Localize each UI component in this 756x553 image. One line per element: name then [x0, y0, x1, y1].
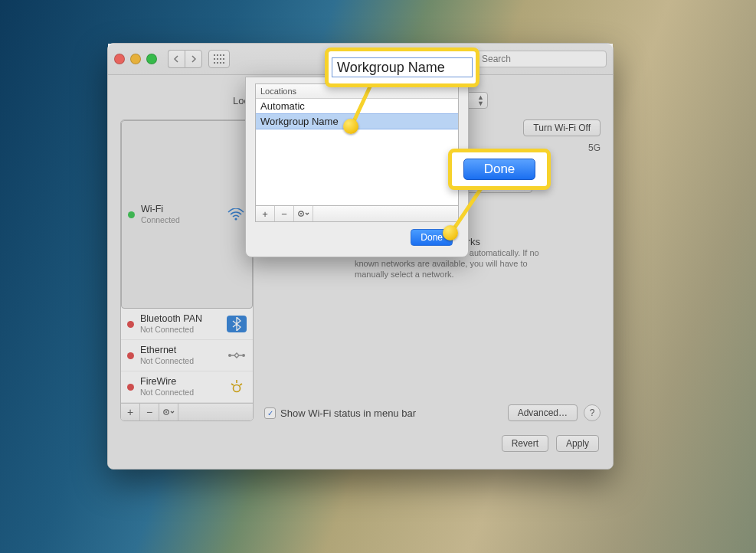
- svg-rect-11: [223, 62, 224, 64]
- service-wifi[interactable]: Wi-Fi Connected: [121, 120, 253, 309]
- callout-workgroup-name: Workgroup Name: [325, 47, 479, 87]
- turn-wifi-off-button[interactable]: Turn Wi-Fi Off: [523, 119, 601, 136]
- service-name: Bluetooth PAN: [140, 313, 221, 324]
- revert-button[interactable]: Revert: [502, 435, 548, 452]
- service-name: Wi-Fi: [141, 204, 220, 214]
- add-service-button[interactable]: +: [121, 404, 140, 420]
- advanced-button[interactable]: Advanced…: [508, 404, 578, 421]
- status-dot-connected: [128, 211, 135, 218]
- chevron-right-icon: [190, 55, 197, 63]
- service-status: Not Connected: [140, 324, 221, 335]
- chevron-left-icon: [173, 55, 180, 63]
- locations-footer: + −: [255, 206, 459, 222]
- service-actions-button[interactable]: [159, 404, 178, 420]
- locations-list: Locations Automatic Workgroup Name: [255, 83, 459, 206]
- svg-point-19: [165, 411, 167, 413]
- show-menu-label: Show Wi-Fi status in menu bar: [280, 407, 416, 419]
- service-name: FireWire: [140, 376, 221, 387]
- svg-point-16: [242, 354, 245, 357]
- locations-sheet: Locations Automatic Workgroup Name + − D…: [245, 77, 469, 257]
- status-dot-disconnected: [127, 384, 134, 391]
- status-dot-disconnected: [127, 321, 134, 328]
- services-sidebar: Wi-Fi Connected Bluetooth PAN Not Connec…: [120, 119, 254, 421]
- window-footer-buttons: Revert Apply: [120, 435, 601, 452]
- gear-dropdown-icon: [297, 209, 309, 218]
- svg-rect-2: [220, 54, 221, 56]
- zoom-window-button[interactable]: [146, 54, 157, 64]
- show-menu-checkbox[interactable]: ✓: [264, 407, 276, 419]
- service-bluetooth[interactable]: Bluetooth PAN Not Connected: [121, 309, 253, 340]
- svg-rect-3: [223, 54, 224, 56]
- bluetooth-icon: [227, 316, 247, 332]
- svg-point-21: [300, 213, 302, 214]
- service-status: Not Connected: [140, 387, 221, 398]
- remove-location-button[interactable]: −: [275, 206, 294, 221]
- show-menu-checkbox-row: ✓ Show Wi-Fi status in menu bar: [264, 407, 416, 419]
- nav-buttons: [168, 50, 202, 68]
- forward-button[interactable]: [185, 50, 202, 68]
- callout-textfield: Workgroup Name: [332, 57, 473, 77]
- svg-rect-7: [223, 58, 224, 60]
- back-button[interactable]: [168, 50, 185, 68]
- callout-done-button: Done: [448, 149, 551, 190]
- firewire-icon: [227, 378, 247, 395]
- search-field-container: [464, 51, 607, 67]
- service-status: Not Connected: [140, 355, 221, 366]
- svg-rect-6: [220, 58, 221, 60]
- wifi-icon: [226, 206, 246, 223]
- updown-arrows-icon: ▲▼: [477, 94, 484, 106]
- minimize-window-button[interactable]: [130, 54, 141, 64]
- add-location-button[interactable]: +: [256, 206, 275, 221]
- service-firewire[interactable]: FireWire Not Connected: [121, 371, 253, 403]
- svg-rect-1: [217, 54, 218, 56]
- svg-rect-4: [214, 58, 215, 60]
- annotation-pin: [343, 119, 358, 134]
- apply-button[interactable]: Apply: [556, 435, 599, 452]
- svg-rect-9: [217, 62, 218, 64]
- svg-rect-0: [214, 54, 215, 56]
- svg-rect-5: [217, 58, 218, 60]
- close-window-button[interactable]: [114, 54, 125, 64]
- show-all-button[interactable]: [208, 50, 230, 68]
- svg-rect-8: [214, 62, 215, 64]
- search-input[interactable]: [464, 51, 607, 67]
- svg-point-14: [234, 218, 237, 220]
- svg-rect-10: [220, 62, 221, 64]
- window-traffic-lights: [114, 54, 157, 64]
- svg-point-15: [228, 354, 231, 357]
- service-name: Ethernet: [140, 345, 221, 355]
- location-actions-button[interactable]: [294, 206, 313, 221]
- service-status: Connected: [141, 214, 220, 225]
- svg-point-17: [234, 385, 241, 392]
- annotation-pin: [443, 225, 458, 241]
- sidebar-footer: + −: [121, 403, 253, 420]
- remove-service-button[interactable]: −: [140, 404, 159, 420]
- grid-icon: [214, 54, 224, 64]
- service-ethernet[interactable]: Ethernet Not Connected: [121, 340, 253, 371]
- ethernet-icon: [227, 347, 247, 364]
- gear-dropdown-icon: [162, 407, 175, 417]
- status-dot-disconnected: [127, 352, 134, 359]
- help-button[interactable]: ?: [584, 404, 601, 421]
- panel-bottom-row: ✓ Show Wi-Fi status in menu bar Advanced…: [264, 394, 601, 421]
- callout-done-inner: Done: [463, 159, 535, 180]
